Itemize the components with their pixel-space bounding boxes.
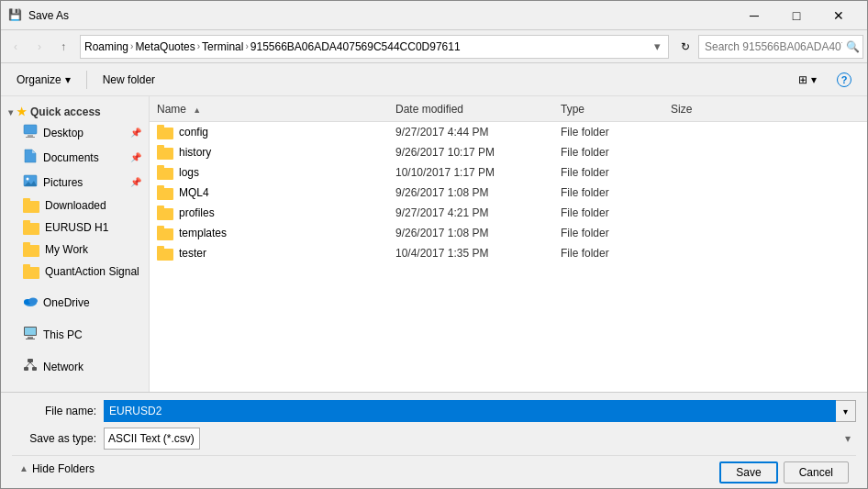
file-name: history — [179, 146, 211, 159]
svg-rect-15 — [28, 359, 33, 362]
sidebar-item-pictures-label: Pictures — [43, 176, 83, 189]
table-row[interactable]: history 9/26/2017 10:17 PM File folder — [150, 142, 867, 162]
quick-access-header[interactable]: ▾ ★ Quick access — [1, 100, 149, 120]
save-button[interactable]: Save — [719, 461, 777, 483]
col-type-header[interactable]: Type — [561, 103, 671, 116]
quick-access-label: Quick access — [30, 106, 101, 118]
network-icon — [23, 358, 38, 375]
sidebar-item-documents[interactable]: Documents 📌 — [1, 145, 149, 170]
cancel-button[interactable]: Cancel — [784, 461, 849, 483]
sidebar-item-mywork[interactable]: My Work — [1, 239, 149, 261]
sidebar-item-onedrive[interactable]: OneDrive — [1, 290, 149, 315]
sidebar-item-thispc[interactable]: This PC — [1, 322, 149, 347]
table-row[interactable]: MQL4 9/26/2017 1:08 PM File folder — [150, 183, 867, 203]
window-controls: ─ □ ✕ — [733, 1, 860, 30]
pin-icon: 📌 — [130, 128, 141, 138]
address-part-metaquotes[interactable]: MetaQuotes — [135, 40, 195, 53]
view-arrow-icon: ▾ — [811, 73, 817, 86]
svg-rect-0 — [24, 125, 37, 134]
file-date: 9/26/2017 1:08 PM — [395, 186, 561, 199]
file-name: logs — [179, 166, 199, 179]
sidebar-item-pictures[interactable]: Pictures 📌 — [1, 170, 149, 194]
sidebar-divider-3 — [1, 347, 149, 354]
svg-line-19 — [30, 362, 35, 367]
filename-input[interactable] — [104, 400, 836, 422]
minimize-button[interactable]: ─ — [733, 1, 775, 30]
sidebar: ▾ ★ Quick access Desktop 📌 Documents 📌 — [1, 96, 150, 392]
sidebar-item-eurusd[interactable]: EURUSD H1 — [1, 217, 149, 239]
col-size-header[interactable]: Size — [671, 103, 744, 116]
file-rows-container: config 9/27/2017 4:44 PM File folder his… — [150, 122, 867, 263]
file-date: 10/4/2017 1:35 PM — [395, 247, 561, 260]
refresh-button[interactable]: ↻ — [674, 36, 696, 58]
table-row[interactable]: profiles 9/27/2017 4:21 PM File folder — [150, 203, 867, 223]
new-folder-button[interactable]: New folder — [95, 68, 163, 92]
toolbar-separator — [86, 71, 87, 89]
toolbar: Organize ▾ New folder ⊞ ▾ ? — [1, 63, 867, 96]
folder-icon — [157, 145, 173, 160]
col-date-header[interactable]: Date modified — [395, 103, 561, 116]
desktop-icon — [23, 124, 38, 141]
filename-dropdown-button[interactable]: ▾ — [836, 400, 856, 422]
footer-bar: ▲ Hide Folders Save Cancel — [12, 455, 856, 481]
view-icon: ⊞ — [798, 73, 807, 86]
quantaction-folder-icon — [23, 264, 39, 279]
folder-icon — [157, 185, 173, 200]
sidebar-item-quantaction[interactable]: QuantAction Signal — [1, 261, 149, 283]
pin-icon-pics: 📌 — [130, 177, 141, 187]
up-button[interactable]: ↑ — [52, 36, 74, 58]
sidebar-item-network[interactable]: Network — [1, 354, 149, 379]
nav-bar: ‹ › ↑ Roaming › MetaQuotes › Terminal › … — [1, 30, 867, 63]
sidebar-item-downloaded[interactable]: Downloaded — [1, 194, 149, 217]
folder-icon — [157, 226, 173, 240]
sidebar-item-mywork-label: My Work — [45, 243, 88, 256]
close-button[interactable]: ✕ — [818, 1, 860, 30]
sidebar-item-quantaction-label: QuantAction Signal — [45, 265, 139, 278]
sidebar-item-documents-label: Documents — [43, 151, 99, 164]
address-part-terminal[interactable]: Terminal — [202, 40, 243, 53]
downloaded-folder-icon — [23, 198, 39, 213]
file-date: 9/26/2017 10:17 PM — [395, 146, 561, 159]
sidebar-item-desktop[interactable]: Desktop 📌 — [1, 120, 149, 145]
file-type: File folder — [561, 206, 671, 219]
filename-label: File name: — [12, 405, 104, 417]
svg-rect-17 — [32, 367, 37, 371]
organize-label: Organize — [17, 73, 61, 86]
forward-button[interactable]: › — [28, 36, 50, 58]
svg-line-18 — [27, 362, 31, 367]
address-dropdown-button[interactable]: ▾ — [650, 36, 664, 58]
folder-icon — [157, 206, 173, 220]
table-row[interactable]: config 9/27/2017 4:44 PM File folder — [150, 122, 867, 142]
table-row[interactable]: tester 10/4/2017 1:35 PM File folder — [150, 243, 867, 263]
view-options-button[interactable]: ⊞ ▾ — [790, 68, 825, 92]
address-part-roaming[interactable]: Roaming — [84, 40, 128, 53]
table-row[interactable]: templates 9/26/2017 1:08 PM File folder — [150, 223, 867, 243]
svg-point-6 — [27, 178, 29, 181]
folder-icon — [157, 165, 173, 180]
sidebar-item-desktop-label: Desktop — [43, 127, 83, 139]
thispc-icon — [23, 326, 38, 343]
search-input[interactable] — [705, 40, 842, 53]
hide-folders-row[interactable]: ▲ Hide Folders — [19, 462, 95, 475]
sidebar-item-network-label: Network — [43, 361, 83, 373]
sidebar-item-onedrive-label: OneDrive — [43, 296, 90, 309]
svg-rect-14 — [26, 339, 35, 339]
svg-marker-3 — [25, 150, 36, 162]
table-row[interactable]: logs 10/10/2017 1:17 PM File folder — [150, 162, 867, 183]
savetype-select[interactable]: ASCII Text (*.csv) — [104, 428, 200, 450]
address-part-id[interactable]: 915566BA06ADA407569C544CC0D97611 — [250, 40, 461, 53]
quick-access-arrow-icon: ▾ — [8, 107, 13, 117]
organize-button[interactable]: Organize ▾ — [8, 68, 79, 92]
help-button[interactable]: ? — [829, 68, 860, 92]
back-button[interactable]: ‹ — [5, 36, 27, 58]
filename-row: File name: ▾ — [12, 400, 856, 422]
maximize-button[interactable]: □ — [775, 1, 818, 30]
svg-rect-1 — [28, 135, 33, 137]
file-type: File folder — [561, 186, 671, 199]
action-buttons: Save Cancel — [719, 458, 849, 483]
help-icon: ? — [837, 72, 851, 87]
pin-icon-docs: 📌 — [130, 152, 141, 162]
col-name-header[interactable]: Name ▲ — [157, 103, 395, 116]
svg-rect-2 — [26, 137, 35, 138]
file-name: profiles — [179, 206, 215, 219]
